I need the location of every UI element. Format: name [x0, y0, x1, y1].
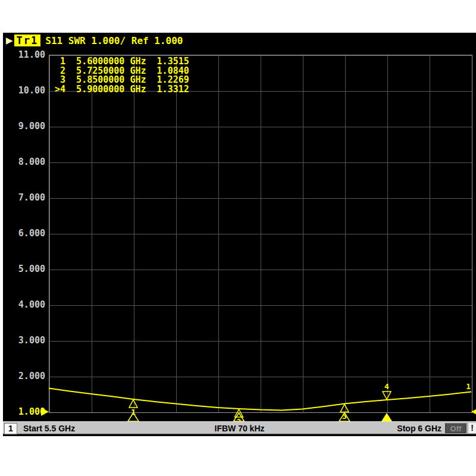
ifbw-label: IFBW 70 kHz	[214, 423, 264, 434]
active-marker-icon	[383, 392, 391, 399]
trace-number-label: 1	[466, 382, 471, 391]
channel-number-box: 1	[4, 423, 17, 434]
swr-trace	[49, 388, 471, 410]
y-axis-tick-label: 6.000	[0, 228, 46, 239]
y-axis-tick-label: 2.000	[0, 371, 46, 381]
status-bar: 1 Start 5.5 GHz IFBW 70 kHz Stop 6 GHz O…	[3, 421, 476, 435]
off-button[interactable]: Off	[445, 423, 466, 433]
ref-level-left-arrow-icon	[41, 408, 49, 416]
swr-trace-plot: 12341	[40, 55, 476, 424]
marker-number: 4	[384, 382, 389, 391]
trace-measurement-text: S11 SWR 1.000/ Ref 1.000	[45, 35, 183, 46]
active-marker-axis-icon	[381, 413, 392, 421]
y-axis-tick-label: 5.000	[0, 264, 46, 274]
stop-frequency-label: Stop 6 GHz	[397, 423, 441, 434]
marker-icon	[340, 404, 349, 412]
y-axis-labels: 11.0010.009.0008.0007.0006.0005.0004.000…	[0, 0, 46, 476]
ref-level-right-arrow-icon	[471, 408, 476, 416]
vna-screen-page: ▶ Tr1 S11 SWR 1.000/ Ref 1.000 11.0010.0…	[0, 0, 476, 476]
y-axis-tick-label: 8.000	[0, 156, 46, 167]
y-axis-tick-label: 7.000	[0, 192, 46, 203]
y-axis-tick-label: 10.00	[0, 85, 46, 96]
start-frequency-label: Start 5.5 GHz	[23, 423, 75, 434]
y-axis-tick-label: 1.000	[0, 406, 46, 417]
y-axis-tick-label: 11.00	[0, 49, 46, 60]
alert-indicator[interactable]: !	[468, 423, 476, 433]
y-axis-tick-label: 9.000	[0, 121, 46, 131]
marker-icon	[129, 400, 137, 408]
y-axis-tick-label: 3.000	[0, 335, 46, 346]
y-axis-tick-label: 4.000	[0, 299, 46, 310]
